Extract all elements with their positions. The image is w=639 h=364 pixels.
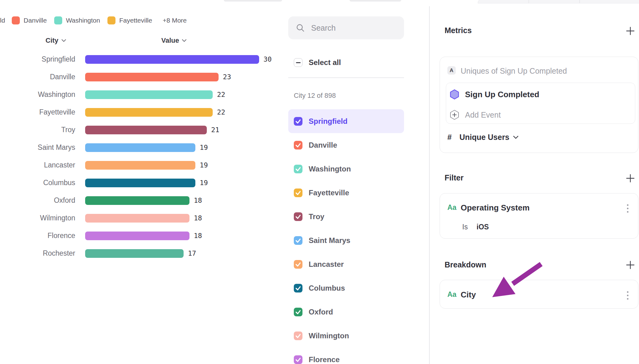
add-breakdown-button[interactable] [626, 261, 635, 269]
chart-row: Columbus 19 [0, 174, 291, 192]
bar-value-label: 18 [194, 214, 202, 222]
search-placeholder: Search [311, 24, 336, 32]
metric-card: A Uniques of Sign Up Completed Sign Up C… [440, 57, 638, 153]
filter-operator[interactable]: Is [462, 223, 468, 231]
city-checkbox[interactable] [294, 212, 302, 221]
filter-heading: Filter [445, 173, 463, 182]
city-checkbox[interactable] [294, 117, 302, 126]
city-checkbox[interactable] [294, 236, 302, 245]
legend-item[interactable]: Fayetteville [107, 16, 152, 24]
chart-row: Lancaster 19 [0, 156, 291, 174]
filter-value[interactable]: iOS [476, 223, 489, 231]
bar[interactable] [85, 126, 207, 134]
check-icon [294, 355, 302, 364]
list-item-city[interactable]: Washington [288, 157, 404, 181]
chart-row: Rochester 17 [0, 245, 291, 262]
legend-more-button[interactable]: +8 More [163, 17, 187, 24]
chart-row: Washington 22 [0, 86, 291, 103]
panel-divider [429, 6, 430, 364]
kebab-menu-icon[interactable] [623, 291, 632, 300]
bar-category-label: Danville [0, 73, 75, 81]
chart-row: Oxford 18 [0, 192, 291, 209]
list-item-city[interactable]: Troy [288, 205, 404, 228]
bar-category-label: Fayetteville [0, 108, 75, 116]
list-item-city[interactable]: Columbus [288, 276, 404, 300]
bar[interactable] [85, 90, 213, 99]
list-item-city[interactable]: Danville [288, 133, 404, 157]
chart-row: Troy 21 [0, 121, 291, 139]
measure-selector[interactable]: # Unique Users [447, 133, 519, 142]
check-icon [294, 188, 302, 197]
top-partial-element [224, 0, 282, 2]
bar-value-label: 30 [263, 55, 272, 63]
city-checkbox[interactable] [294, 308, 302, 316]
bar[interactable] [85, 73, 219, 81]
event-name[interactable]: Sign Up Completed [465, 90, 539, 99]
check-icon [294, 284, 302, 292]
select-all-checkbox[interactable] [294, 58, 302, 67]
list-item-city[interactable]: Lancaster [288, 252, 404, 276]
legend-items: Danville Washington Fayetteville [12, 16, 159, 24]
top-partial-tab-bar [478, 0, 639, 3]
bar[interactable] [85, 161, 195, 170]
list-item-city[interactable]: Fayetteville [288, 181, 404, 205]
legend-item[interactable]: Danville [12, 16, 47, 24]
city-label: Wilmington [309, 332, 349, 340]
bar[interactable] [85, 143, 195, 152]
bar[interactable] [85, 196, 189, 205]
city-checkbox[interactable] [294, 141, 302, 150]
bar-value-label: 22 [217, 108, 225, 116]
bar[interactable] [85, 108, 213, 117]
filter-condition[interactable]: Is iOS [462, 223, 489, 231]
city-label: Lancaster [309, 260, 344, 269]
bar[interactable] [85, 179, 195, 187]
bar[interactable] [85, 232, 189, 240]
column-header-value[interactable]: Value [161, 37, 187, 45]
column-header-city[interactable]: City [46, 37, 66, 45]
insights-screen: ld Danville Washington Fayetteville +8 M… [0, 0, 639, 364]
check-icon [294, 165, 302, 173]
bar[interactable] [85, 214, 189, 223]
bar-value-label: 19 [200, 144, 208, 151]
search-input[interactable]: Search [288, 16, 404, 39]
list-item-city[interactable]: Florence [288, 348, 404, 364]
chart-row: Wilmington 18 [0, 209, 291, 227]
chevron-down-icon [182, 39, 187, 42]
bar-value-label: 18 [194, 197, 202, 204]
bar[interactable] [85, 249, 184, 258]
add-event-button[interactable]: Add Event [465, 110, 501, 119]
bar-category-label: Rochester [0, 249, 75, 258]
list-item-city[interactable]: Wilmington [288, 324, 404, 348]
kebab-menu-icon[interactable] [623, 204, 632, 213]
city-checkbox[interactable] [294, 188, 302, 197]
bar[interactable] [85, 55, 259, 64]
string-type-icon: Aa [447, 203, 456, 212]
city-checkbox[interactable] [294, 332, 302, 340]
group-count-label: City 12 of 898 [294, 92, 336, 100]
city-checkbox[interactable] [294, 165, 302, 173]
city-checkbox[interactable] [294, 355, 302, 364]
hash-icon: # [447, 133, 452, 142]
breakdown-heading: Breakdown [445, 260, 486, 269]
add-filter-button[interactable] [626, 174, 635, 183]
city-checkbox[interactable] [294, 260, 302, 269]
city-label: Springfield [309, 117, 347, 126]
add-event-icon [450, 110, 459, 120]
bar-value-label: 19 [200, 161, 208, 169]
check-icon [294, 308, 302, 316]
metrics-heading: Metrics [445, 26, 472, 35]
bar-category-label: Columbus [0, 179, 75, 187]
filter-property[interactable]: Operating System [461, 203, 530, 213]
divider [288, 77, 404, 78]
add-metric-button[interactable] [626, 27, 635, 35]
select-all-row[interactable]: Select all [294, 58, 341, 67]
event-hexagon-icon [450, 89, 459, 100]
list-item-city[interactable]: Saint Marys [288, 228, 404, 252]
check-icon [294, 236, 302, 245]
breakdown-property[interactable]: City [461, 290, 476, 300]
list-item-city[interactable]: Oxford [288, 300, 404, 324]
chevron-down-icon [61, 39, 66, 42]
legend-item[interactable]: Washington [54, 16, 100, 24]
list-item-city[interactable]: Springfield [288, 109, 404, 133]
city-checkbox[interactable] [294, 284, 302, 292]
